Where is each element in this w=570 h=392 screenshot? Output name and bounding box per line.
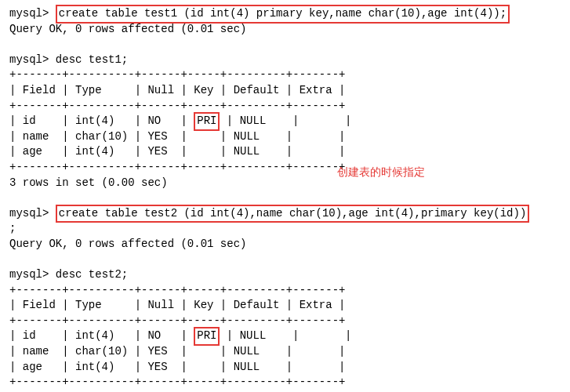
result-line-desc1: 3 rows in set (0.00 sec) xyxy=(9,176,561,191)
table-sep: +-------+----------+------+-----+-------… xyxy=(9,314,561,329)
cmd-line-2b: ; xyxy=(9,221,561,237)
table-header: | Field | Type | Null | Key | Default | … xyxy=(9,83,561,99)
cmd-line-2: mysql> create table test2 (id int(4),nam… xyxy=(9,206,561,222)
table-row: | id | int(4) | NO | PRI | NULL | | xyxy=(9,328,561,344)
blank-line xyxy=(9,252,561,268)
table-row: | age | int(4) | YES | | NULL | | xyxy=(9,360,561,376)
highlight-box-pri2: PRI xyxy=(194,327,220,346)
table-row: | id | int(4) | NO | PRI | NULL | | xyxy=(9,114,561,129)
table-sep: +-------+----------+------+-----+-------… xyxy=(9,160,561,176)
table-row: | name | char(10) | YES | | NULL | | xyxy=(9,344,561,360)
prompt: mysql> xyxy=(9,207,49,220)
result-line-1: Query OK, 0 rows affected (0.01 sec) xyxy=(9,22,561,38)
table-sep: +-------+----------+------+-----+-------… xyxy=(9,283,561,299)
cmd-line-desc1: mysql> desc test1; xyxy=(9,53,561,68)
annotation-text: 创建表的时候指定 xyxy=(337,165,425,180)
prompt: mysql> xyxy=(9,7,49,20)
table-row: | name | char(10) | YES | | NULL | | xyxy=(9,129,561,145)
prompt: mysql> xyxy=(9,268,49,281)
table-sep: +-------+----------+------+-----+-------… xyxy=(9,67,561,83)
highlight-box-create2: create table test2 (id int(4),name char(… xyxy=(56,205,530,223)
cmd-line-desc2: mysql> desc test2; xyxy=(9,267,561,283)
table-row: | age | int(4) | YES | | NULL | | xyxy=(9,144,561,160)
table-sep: +-------+----------+------+-----+-------… xyxy=(9,375,561,390)
blank-line xyxy=(9,37,561,53)
cmd-line-1: mysql> create table test1 (id int(4) pri… xyxy=(9,6,561,22)
highlight-box-create1: create table test1 (id int(4) primary ke… xyxy=(56,5,510,24)
result-line-2: Query OK, 0 rows affected (0.01 sec) xyxy=(9,237,561,252)
prompt: mysql> xyxy=(9,53,49,66)
table-sep: +-------+----------+------+-----+-------… xyxy=(9,99,561,114)
highlight-box-pri1: PRI xyxy=(194,112,220,131)
table-header: | Field | Type | Null | Key | Default | … xyxy=(9,298,561,314)
